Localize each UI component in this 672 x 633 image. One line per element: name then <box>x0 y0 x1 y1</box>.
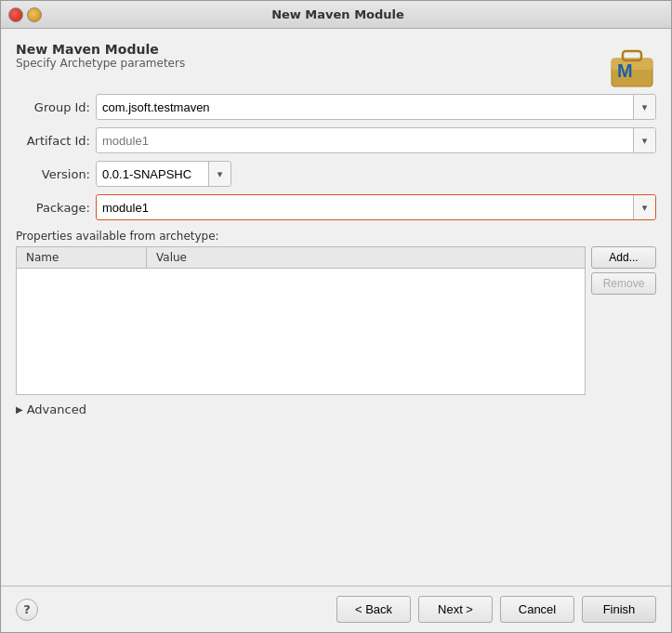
footer: ? < Back Next > Cancel Finish <box>1 586 671 632</box>
page-title: New Maven Module <box>16 42 185 57</box>
table-header: Name Value <box>17 247 585 269</box>
group-id-dropdown[interactable] <box>633 95 655 119</box>
remove-button[interactable]: Remove <box>591 272 656 295</box>
close-button[interactable] <box>8 7 23 22</box>
properties-table: Name Value <box>16 246 586 395</box>
artifact-id-input-wrap <box>96 127 656 153</box>
artifact-id-dropdown[interactable] <box>633 128 655 152</box>
window: New Maven Module New Maven Module Specif… <box>0 0 672 633</box>
package-label: Package: <box>16 201 90 215</box>
col-header-value: Value <box>147 247 585 268</box>
title-bar: New Maven Module <box>1 1 671 29</box>
properties-label: Properties available from archetype: <box>16 230 656 243</box>
table-buttons: Add... Remove <box>591 246 656 395</box>
minimize-button[interactable] <box>27 7 42 22</box>
table-body <box>17 269 585 389</box>
main-content: New Maven Module Specify Archetype param… <box>1 29 671 586</box>
package-input[interactable] <box>97 195 633 219</box>
advanced-row[interactable]: ▶ Advanced <box>16 402 656 416</box>
package-input-wrap <box>96 194 656 220</box>
maven-icon: M <box>608 42 656 90</box>
artifact-id-row: Artifact Id: <box>16 127 656 153</box>
form-area: Group Id: Artifact Id: Version: <box>16 94 656 220</box>
version-input-box <box>96 161 231 187</box>
version-dropdown[interactable] <box>208 162 231 186</box>
version-wrap <box>96 161 231 187</box>
finish-button[interactable]: Finish <box>582 596 656 623</box>
package-row: Package: <box>16 194 656 220</box>
col-header-name: Name <box>17 247 147 268</box>
artifact-id-label: Artifact Id: <box>16 134 90 148</box>
add-button[interactable]: Add... <box>591 246 656 269</box>
help-button[interactable]: ? <box>16 599 38 621</box>
package-dropdown[interactable] <box>633 195 655 219</box>
window-title: New Maven Module <box>49 7 626 21</box>
group-id-label: Group Id: <box>16 100 90 114</box>
advanced-label: Advanced <box>27 402 86 416</box>
cancel-button[interactable]: Cancel <box>500 596 574 623</box>
artifact-id-input[interactable] <box>97 128 633 152</box>
header-left: New Maven Module Specify Archetype param… <box>16 42 185 83</box>
back-button[interactable]: < Back <box>336 596 411 623</box>
svg-text:M: M <box>617 60 633 81</box>
next-button[interactable]: Next > <box>418 596 493 623</box>
title-bar-buttons <box>8 7 42 22</box>
group-id-input-wrap <box>96 94 656 120</box>
version-label: Version: <box>16 167 90 181</box>
group-id-input[interactable] <box>97 95 633 119</box>
table-area: Name Value Add... Remove <box>16 246 656 395</box>
maven-logo-svg: M <box>608 42 656 90</box>
page-subtitle: Specify Archetype parameters <box>16 57 185 70</box>
group-id-row: Group Id: <box>16 94 656 120</box>
version-input[interactable] <box>97 164 208 185</box>
advanced-arrow-icon: ▶ <box>16 404 23 415</box>
page-header: New Maven Module Specify Archetype param… <box>16 42 656 90</box>
version-row: Version: <box>16 161 656 187</box>
